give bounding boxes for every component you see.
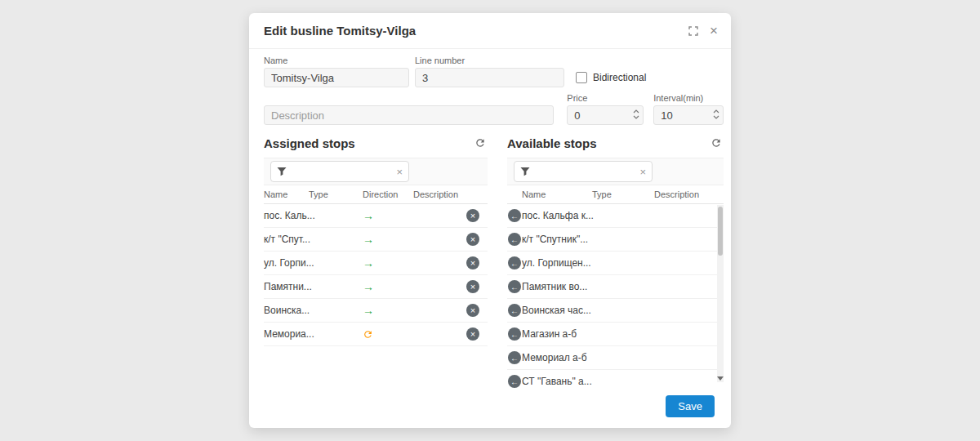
remove-stop-button[interactable]: × xyxy=(466,280,479,293)
scrollbar-thumb[interactable] xyxy=(718,207,723,256)
bidirectional-label: Bidirectional xyxy=(593,72,646,83)
add-stop-button[interactable]: ← xyxy=(508,256,521,270)
stop-name: Магазин а-б xyxy=(522,328,592,340)
add-stop-button[interactable]: ← xyxy=(508,327,521,341)
stop-name: Воинская час... xyxy=(522,305,592,316)
bidirectional-checkbox[interactable] xyxy=(576,72,587,83)
scrollbar[interactable] xyxy=(717,205,724,382)
stop-name: ул. Горпищен... xyxy=(522,257,592,269)
available-stops-title: Available stops xyxy=(507,136,596,150)
direction-forward-icon: → xyxy=(363,209,413,222)
dialog-title: Edit busline Tomitsy-Vilga xyxy=(264,24,677,38)
direction-forward-icon: → xyxy=(363,256,413,270)
table-row: Памятни...→× xyxy=(264,275,488,299)
table-row: ←Магазин а-б xyxy=(507,323,724,346)
column-header-description: Description xyxy=(654,189,724,199)
name-label: Name xyxy=(264,56,409,65)
stop-name: ул. Горпи... xyxy=(264,257,309,269)
maximize-icon[interactable] xyxy=(688,26,698,36)
assigned-filter-toolbar: × xyxy=(264,158,488,185)
price-input[interactable] xyxy=(567,105,644,125)
available-rows: ←пос. Кальфа к...←к/т "Спутник"...←ул. Г… xyxy=(507,204,724,389)
line-number-input[interactable] xyxy=(415,68,564,87)
column-header-description: Description xyxy=(413,189,466,199)
stop-name: пос. Кальфа к... xyxy=(522,210,592,221)
table-row: ул. Горпи...→× xyxy=(264,252,488,275)
assigned-stops-title: Assigned stops xyxy=(264,136,355,150)
direction-forward-icon: → xyxy=(363,233,413,246)
direction-forward-icon: → xyxy=(363,304,413,317)
table-row: ←к/т "Спутник"... xyxy=(507,228,724,252)
desktop-background: Edit busline Tomitsy-Vilga × Name Line n… xyxy=(0,0,980,441)
table-row: ←Мемориал а-б xyxy=(507,346,724,370)
remove-stop-button[interactable]: × xyxy=(466,304,479,317)
column-header-name: Name xyxy=(522,189,592,199)
refresh-available-icon[interactable] xyxy=(710,137,724,149)
interval-spinner[interactable] xyxy=(713,109,719,120)
table-row: Воинска...→× xyxy=(264,299,488,323)
line-number-label: Line number xyxy=(415,56,564,65)
column-header-name: Name xyxy=(264,189,309,199)
assigned-table-header: Name Type Direction Description xyxy=(264,185,488,204)
add-stop-button[interactable]: ← xyxy=(508,280,521,293)
available-stops-panel: Available stops × Na xyxy=(507,128,724,389)
assigned-filter-input[interactable] xyxy=(290,166,393,177)
filter-icon xyxy=(277,167,287,176)
stop-name: Памятник во... xyxy=(522,281,592,292)
table-row: ←СТ "Гавань" а... xyxy=(507,370,724,389)
stop-name: к/т "Спутник"... xyxy=(522,234,592,245)
save-button[interactable]: Save xyxy=(666,395,715,417)
table-row: Мемориа...× xyxy=(264,323,488,346)
available-filter-input[interactable] xyxy=(533,166,636,177)
clear-filter-icon[interactable]: × xyxy=(396,167,403,177)
remove-stop-button[interactable]: × xyxy=(466,209,479,222)
dialog-footer: Save xyxy=(249,389,731,428)
direction-both-icon xyxy=(363,329,413,340)
close-icon[interactable]: × xyxy=(710,24,718,38)
stop-name: Мемориал а-б xyxy=(522,352,592,363)
stop-name: Мемориа... xyxy=(264,328,309,340)
assigned-rows: пос. Каль...→×к/т "Спут...→×ул. Горпи...… xyxy=(264,204,488,389)
remove-stop-button[interactable]: × xyxy=(466,233,479,246)
stop-name: Воинска... xyxy=(264,305,309,316)
stop-name: Памятни... xyxy=(264,281,309,292)
assigned-stops-panel: Assigned stops × Name xyxy=(264,128,488,389)
description-input[interactable] xyxy=(264,105,554,125)
table-row: ←Воинская час... xyxy=(507,299,724,323)
column-header-type: Type xyxy=(592,189,654,199)
busline-form: Name Line number Bidirectional Price xyxy=(249,49,731,125)
column-header-type: Type xyxy=(309,189,363,199)
direction-forward-icon: → xyxy=(363,280,413,293)
filter-icon xyxy=(520,167,530,176)
add-stop-button[interactable]: ← xyxy=(508,375,521,388)
add-stop-button[interactable]: ← xyxy=(508,351,521,364)
interval-label: Interval(min) xyxy=(653,93,724,103)
add-stop-button[interactable]: ← xyxy=(508,304,521,317)
refresh-assigned-icon[interactable] xyxy=(474,137,488,149)
available-filter-toolbar: × xyxy=(507,158,724,185)
clear-filter-icon[interactable]: × xyxy=(639,167,646,177)
add-stop-button[interactable]: ← xyxy=(508,233,521,246)
price-spinner[interactable] xyxy=(633,109,639,120)
remove-stop-button[interactable]: × xyxy=(466,256,479,270)
remove-stop-button[interactable]: × xyxy=(466,327,479,341)
edit-busline-dialog: Edit busline Tomitsy-Vilga × Name Line n… xyxy=(249,13,731,428)
add-stop-button[interactable]: ← xyxy=(508,209,521,222)
table-row: ←пос. Кальфа к... xyxy=(507,204,724,228)
stop-name: пос. Каль... xyxy=(264,210,309,221)
name-input[interactable] xyxy=(264,68,409,87)
column-header-direction: Direction xyxy=(363,189,413,199)
available-table-header: Name Type Description xyxy=(507,185,724,204)
scroll-down-icon[interactable] xyxy=(717,376,724,381)
table-row: ←Памятник во... xyxy=(507,275,724,299)
stop-name: к/т "Спут... xyxy=(264,234,309,245)
price-label: Price xyxy=(567,93,644,103)
dialog-header: Edit busline Tomitsy-Vilga × xyxy=(249,13,731,49)
table-row: ←ул. Горпищен... xyxy=(507,252,724,275)
table-row: к/т "Спут...→× xyxy=(264,228,488,252)
table-row: пос. Каль...→× xyxy=(264,204,488,228)
stop-name: СТ "Гавань" а... xyxy=(522,376,592,387)
